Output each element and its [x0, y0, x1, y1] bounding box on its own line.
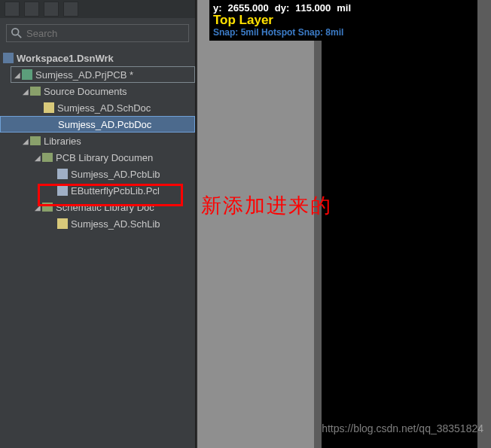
expand-icon[interactable]: ◢ [21, 137, 30, 145]
file-pcblib[interactable]: Sumjess_AD.PcbLib [0, 166, 195, 182]
expand-icon[interactable]: ◢ [33, 154, 42, 162]
watermark: https://blog.csdn.net/qq_38351824 [322, 422, 483, 434]
toolbar-button[interactable] [24, 2, 39, 17]
toolbar-button[interactable] [5, 2, 20, 17]
file-schdoc[interactable]: Sumjess_AD.SchDoc [0, 99, 195, 116]
folder-icon [42, 153, 53, 162]
svg-point-0 [12, 29, 19, 35]
folder-source-documents[interactable]: ◢ Source Documents [0, 83, 195, 99]
search-icon [11, 28, 22, 38]
expand-icon[interactable]: ◢ [33, 203, 42, 212]
folder-icon [42, 203, 53, 212]
expand-icon[interactable]: ◢ [13, 71, 22, 79]
workspace-node[interactable]: Workspace1.DsnWrk [0, 50, 195, 66]
pcblib-icon [57, 185, 68, 196]
project-node[interactable]: ◢ Sumjess_AD.PrjPCB * [11, 66, 195, 83]
svg-line-1 [18, 35, 21, 38]
unit: mil [337, 2, 351, 14]
pcbdoc-icon [44, 119, 55, 130]
panel-toolbar [0, 0, 195, 18]
pcblib-icon [57, 169, 68, 179]
workspace-icon [3, 53, 14, 63]
board-region [197, 0, 316, 448]
dy-label: dy: [275, 2, 290, 14]
file-label: Sumjess_AD.PcbDoc [58, 119, 151, 130]
folder-label: Schematic Library Doc [56, 202, 154, 213]
expand-icon[interactable]: ◢ [21, 87, 30, 96]
project-panel: Workspace1.DsnWrk ◢ Sumjess_AD.PrjPCB * … [0, 0, 196, 448]
folder-label: PCB Library Documen [56, 152, 153, 163]
hud-snap: Snap: 5mil Hotspot Snap: 8mil [213, 26, 388, 38]
project-icon [22, 69, 32, 80]
toolbar-button[interactable] [44, 2, 59, 17]
schdoc-icon [44, 102, 54, 113]
toolbar-button[interactable] [63, 2, 78, 17]
file-label: Sumjess_AD.PcbLib [71, 169, 160, 180]
file-ebutterfly-pcblib[interactable]: EButterflyPcbLib.Pcl [0, 182, 195, 199]
file-pcbdoc[interactable]: Sumjess_AD.PcbDoc [0, 116, 195, 133]
dy-value: 115.000 [295, 2, 331, 14]
search-input[interactable] [26, 28, 184, 39]
schlib-icon [57, 218, 68, 229]
board-shadow [314, 0, 322, 448]
file-label: Sumjess_AD.SchLib [71, 218, 160, 230]
folder-icon [30, 136, 41, 145]
hud-layer: Top Layer [213, 14, 388, 26]
file-label: Sumjess_AD.SchDoc [57, 102, 151, 114]
folder-pcblib[interactable]: ◢ PCB Library Documen [0, 149, 195, 166]
pcb-canvas[interactable] [197, 0, 491, 448]
folder-label: Source Documents [44, 86, 127, 97]
hud-overlay: y: 2655.000 dy: 115.000 mil Top Layer Sn… [209, 0, 392, 41]
workspace-label: Workspace1.DsnWrk [17, 53, 114, 64]
folder-icon [30, 87, 41, 96]
folder-libraries[interactable]: ◢ Libraries [0, 133, 195, 149]
search-box[interactable] [6, 24, 189, 42]
project-tree: Workspace1.DsnWrk ◢ Sumjess_AD.PrjPCB * … [0, 50, 195, 232]
vertical-band [477, 0, 491, 448]
project-label: Sumjess_AD.PrjPCB * [35, 69, 133, 81]
folder-schlib[interactable]: ◢ Schematic Library Doc [0, 199, 195, 215]
file-label: EButterflyPcbLib.Pcl [71, 185, 160, 197]
folder-label: Libraries [44, 136, 81, 147]
file-schlib[interactable]: Sumjess_AD.SchLib [0, 215, 195, 232]
